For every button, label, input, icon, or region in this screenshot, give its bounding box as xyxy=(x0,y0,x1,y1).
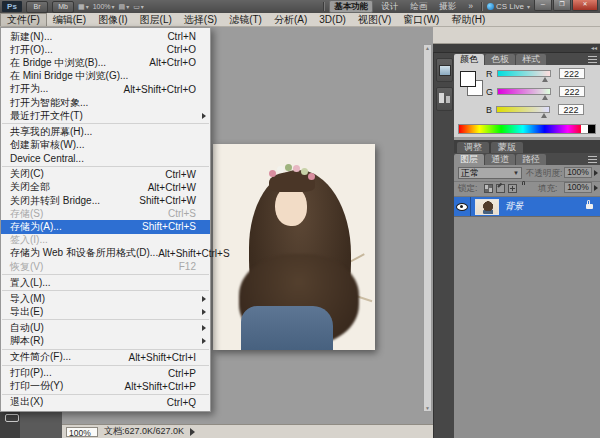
menu-analysis[interactable]: 分析(A) xyxy=(268,13,313,26)
arrange-documents-icon[interactable]: ▤▾ xyxy=(119,2,130,12)
restore-button[interactable]: ❐ xyxy=(553,0,571,11)
blend-mode-select[interactable]: 正常▼ xyxy=(458,167,522,179)
lock-transparency-icon[interactable] xyxy=(484,184,493,193)
workspace-more-button[interactable]: » xyxy=(464,1,477,12)
menu-item-share-my-screen[interactable]: 共享我的屏幕(H)... xyxy=(1,125,210,138)
menu-item-close[interactable]: 关闭(C)Ctrl+W xyxy=(1,168,210,181)
zoom-level-control[interactable]: 100%▾ xyxy=(93,2,115,12)
layer-name[interactable]: 背景 xyxy=(505,200,586,213)
workspace-design-button[interactable]: 设计 xyxy=(377,1,402,12)
close-button[interactable]: ✕ xyxy=(572,0,598,11)
layer-thumbnail[interactable] xyxy=(475,199,499,215)
cs-live-button[interactable]: CS Live ▾ xyxy=(487,2,530,11)
tab-swatches[interactable]: 色板 xyxy=(485,54,515,65)
lock-position-icon[interactable] xyxy=(508,184,517,193)
photo-flower xyxy=(301,168,308,175)
fill-field[interactable]: 100% xyxy=(564,182,592,193)
status-zoom-field[interactable]: 100% xyxy=(66,427,98,437)
slider-marker-icon[interactable] xyxy=(542,77,548,82)
green-slider-track[interactable] xyxy=(497,88,551,95)
menu-item-shortcut: Alt+Shift+Ctrl+I xyxy=(128,352,196,363)
minimize-button[interactable]: ─ xyxy=(534,0,552,11)
submenu-arrow-icon xyxy=(202,338,206,344)
lock-image-pixels-icon[interactable] xyxy=(496,184,505,193)
white-swatch[interactable] xyxy=(581,125,588,133)
menu-image[interactable]: 图像(I) xyxy=(92,13,133,26)
menu-item-shortcut: Ctrl+Q xyxy=(167,397,196,408)
menu-window[interactable]: 窗口(W) xyxy=(397,13,445,26)
tool-button-icon[interactable] xyxy=(5,414,19,422)
menu-item-open-as[interactable]: 打开为...Alt+Shift+Ctrl+O xyxy=(1,83,210,96)
slider-marker-icon[interactable] xyxy=(541,113,547,118)
menu-item-scripts[interactable]: 脚本(R) xyxy=(1,334,210,347)
menu-item-print[interactable]: 打印(P)...Ctrl+P xyxy=(1,367,210,380)
view-extras-icon[interactable]: ▦▾ xyxy=(78,2,89,12)
menu-edit[interactable]: 编辑(E) xyxy=(47,13,92,26)
menu-item-create-new-review[interactable]: 创建新审核(W)... xyxy=(1,138,210,151)
menu-item-save-as[interactable]: 存储为(A)...Shift+Ctrl+S xyxy=(1,220,210,233)
menu-item-exit[interactable]: 退出(X)Ctrl+Q xyxy=(1,396,210,409)
collapse-panels-icon[interactable]: ◂◂ xyxy=(591,45,597,51)
menu-item-browse-in-mini-bridge[interactable]: 在 Mini Bridge 中浏览(G)... xyxy=(1,70,210,83)
menu-item-device-central[interactable]: Device Central... xyxy=(1,152,210,165)
menu-item-export[interactable]: 导出(E) xyxy=(1,305,210,318)
opacity-field[interactable]: 100% xyxy=(564,167,592,178)
menu-layer[interactable]: 图层(L) xyxy=(134,13,178,26)
menu-item-open-recent[interactable]: 最近打开文件(T) xyxy=(1,109,210,122)
color-panel-tabs: 颜色 色板 样式 xyxy=(454,53,600,65)
panel-menu-icon[interactable] xyxy=(588,156,597,163)
layer-row-background[interactable]: 背景 xyxy=(454,197,600,217)
foreground-color-swatch[interactable] xyxy=(460,71,476,87)
workspace-photography-button[interactable]: 摄影 xyxy=(435,1,460,12)
menu-item-open-as-smart-object[interactable]: 打开为智能对象... xyxy=(1,96,210,109)
history-panel-button[interactable] xyxy=(436,87,453,111)
menu-item-automate[interactable]: 自动(U) xyxy=(1,321,210,334)
menu-item-browse-in-bridge[interactable]: 在 Bridge 中浏览(B)...Alt+Ctrl+O xyxy=(1,56,210,69)
blue-slider-track[interactable] xyxy=(496,106,550,113)
green-value-field[interactable]: 222 xyxy=(559,86,585,97)
tab-styles[interactable]: 样式 xyxy=(516,54,546,65)
menu-file[interactable]: 文件(F) xyxy=(0,13,47,26)
menu-item-open[interactable]: 打开(O)...Ctrl+O xyxy=(1,43,210,56)
menu-item-save-for-web[interactable]: 存储为 Web 和设备所用格式(D)...Alt+Shift+Ctrl+S xyxy=(1,247,210,260)
red-slider-track[interactable] xyxy=(497,70,551,77)
bridge-button[interactable]: Br xyxy=(26,1,48,13)
opacity-slider-arrow-icon[interactable] xyxy=(594,170,598,176)
tab-color[interactable]: 颜色 xyxy=(454,54,484,65)
menu-item-place[interactable]: 置入(L)... xyxy=(1,276,210,289)
menu-item-close-and-go-to-bridge[interactable]: 关闭并转到 Bridge...Shift+Ctrl+W xyxy=(1,194,210,207)
tab-paths[interactable]: 路径 xyxy=(516,154,546,165)
mini-bridge-panel-button[interactable] xyxy=(436,58,453,82)
document-image xyxy=(213,144,375,350)
tab-adjustments[interactable]: 调整 xyxy=(457,142,489,153)
workspace-essentials-button[interactable]: 基本功能 xyxy=(329,0,373,13)
red-value-field[interactable]: 222 xyxy=(559,68,585,79)
panel-menu-icon[interactable] xyxy=(588,56,597,63)
slider-marker-icon[interactable] xyxy=(542,95,548,100)
blue-value-field[interactable]: 222 xyxy=(558,104,584,115)
status-options-arrow-icon[interactable] xyxy=(190,428,195,436)
menu-help[interactable]: 帮助(H) xyxy=(445,13,491,26)
menu-item-new[interactable]: 新建(N)...Ctrl+N xyxy=(1,30,210,43)
menu-3d[interactable]: 3D(D) xyxy=(313,13,352,26)
screen-mode-icon[interactable]: ▭▾ xyxy=(133,2,144,12)
menu-item-import[interactable]: 导入(M) xyxy=(1,292,210,305)
workspace-painting-button[interactable]: 绘画 xyxy=(406,1,431,12)
color-spectrum-ramp[interactable] xyxy=(458,124,596,134)
vertical-scrollbar[interactable]: ▲▼ xyxy=(423,44,432,412)
menu-filter[interactable]: 滤镜(T) xyxy=(223,13,268,26)
menu-view[interactable]: 视图(V) xyxy=(352,13,397,26)
menu-item-close-all[interactable]: 关闭全部Alt+Ctrl+W xyxy=(1,181,210,194)
tab-masks[interactable]: 蒙版 xyxy=(491,142,523,153)
menu-item-file-info[interactable]: 文件简介(F)...Alt+Shift+Ctrl+I xyxy=(1,350,210,363)
menu-item-print-one-copy[interactable]: 打印一份(Y)Alt+Shift+Ctrl+P xyxy=(1,380,210,393)
mini-bridge-button[interactable]: Mb xyxy=(52,1,74,13)
menu-item-shortcut: Shift+Ctrl+W xyxy=(139,195,196,206)
menu-item-label: Device Central... xyxy=(10,153,196,164)
menu-select[interactable]: 选择(S) xyxy=(178,13,223,26)
black-swatch[interactable] xyxy=(588,125,595,133)
layer-visibility-cell[interactable] xyxy=(454,197,471,216)
fill-slider-arrow-icon[interactable] xyxy=(594,185,598,191)
tab-layers[interactable]: 图层 xyxy=(454,154,484,165)
tab-channels[interactable]: 通道 xyxy=(485,154,515,165)
